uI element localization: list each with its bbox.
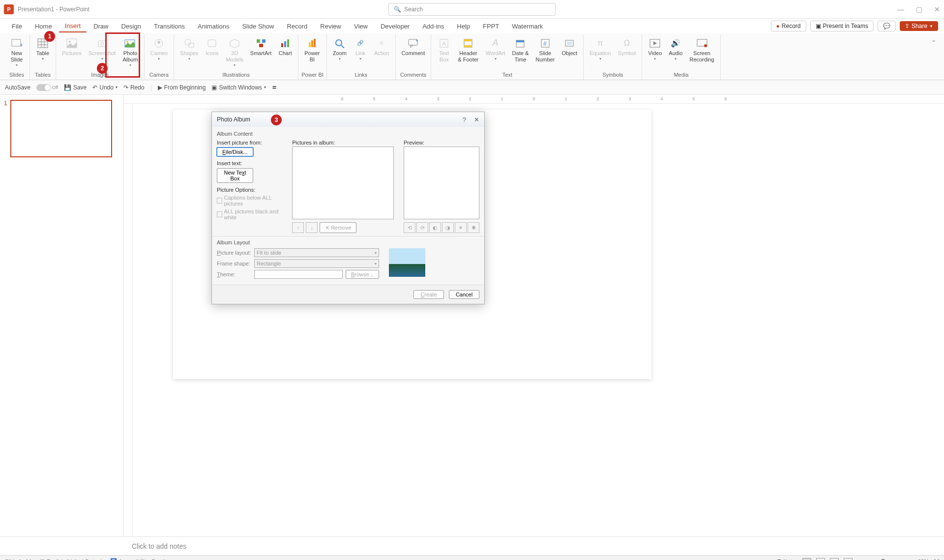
from-beginning-button[interactable]: ▶From Beginning (158, 84, 206, 91)
action-button[interactable]: ☆ Action (371, 35, 392, 59)
tab-home[interactable]: Home (29, 21, 58, 32)
pictures-listbox[interactable] (292, 147, 394, 219)
maximize-icon[interactable]: ▢ (916, 5, 922, 13)
tab-view[interactable]: View (348, 21, 374, 32)
chart-button[interactable]: Chart (275, 35, 295, 59)
tab-slideshow[interactable]: Slide Show (236, 21, 280, 32)
screen-recording-button[interactable]: Screen Recording (686, 35, 717, 65)
powerbi-button[interactable]: Power BI (301, 35, 323, 65)
search-box[interactable]: 🔍 Search (388, 3, 556, 16)
app-icon: P (4, 4, 14, 14)
album-content-label: Album Content (217, 131, 479, 137)
zoom-button[interactable]: Zoom▾ (330, 35, 350, 63)
switch-windows-button[interactable]: ▣Switch Windows▾ (211, 84, 266, 91)
svg-line-29 (341, 45, 344, 48)
photo-album-dialog: Photo Album ? ✕ Album Content Insert pic… (211, 112, 485, 304)
pictures-button[interactable]: Pictures (59, 35, 85, 59)
tab-review[interactable]: Review (314, 21, 347, 32)
new-text-box-button[interactable]: New Text Box (217, 168, 253, 183)
tab-draw[interactable]: Draw (88, 21, 114, 32)
audio-button[interactable]: 🔊 Audio▾ (666, 35, 685, 63)
tab-record[interactable]: Record (281, 21, 313, 32)
tab-transitions[interactable]: Transitions (148, 21, 191, 32)
autosave-toggle[interactable] (36, 84, 51, 91)
smartart-icon (255, 37, 267, 49)
minimize-icon[interactable]: — (897, 5, 904, 13)
dialog-close-button[interactable]: ✕ (474, 116, 479, 123)
tab-animations[interactable]: Animations (192, 21, 235, 32)
fit-to-window-button[interactable]: ⛶ (934, 559, 939, 560)
record-button[interactable]: ●Record (771, 21, 806, 31)
zoom-out-button[interactable]: − (857, 559, 860, 560)
slide-sorter-button[interactable] (816, 558, 825, 560)
undo-button[interactable]: ↶Undo▾ (92, 84, 118, 91)
picture-layout-select[interactable]: Fit to slide▾ (254, 248, 379, 257)
slide-thumbnail-1[interactable]: 1 (4, 100, 119, 157)
date-time-button[interactable]: Date & Time (509, 35, 532, 65)
3dmodels-button[interactable]: 3D Models▾ (223, 35, 246, 70)
new-slide-button[interactable]: + New Slide▾ (7, 35, 27, 70)
notes-pane[interactable]: Click to add notes (0, 536, 944, 555)
slideshow-view-button[interactable] (844, 558, 853, 560)
chart-icon (279, 37, 291, 49)
svg-rect-37 (464, 45, 472, 47)
tab-developer[interactable]: Developer (375, 21, 415, 32)
callout-3: 3 (271, 115, 282, 125)
svg-marker-31 (411, 45, 413, 48)
object-button[interactable]: Object (559, 35, 580, 59)
link-button[interactable]: 🔗 Link▾ (351, 35, 370, 63)
cameo-button[interactable]: Cameo▾ (148, 35, 171, 63)
undo-icon: ↶ (92, 84, 97, 91)
shapes-button[interactable]: Shapes▾ (177, 35, 201, 63)
tab-file[interactable]: File (6, 21, 28, 32)
zoom-level[interactable]: 83% (918, 559, 929, 560)
tab-insert[interactable]: Insert (59, 20, 87, 32)
status-accessibility[interactable]: ♿Accessibility: Good to go (110, 558, 178, 560)
audio-icon: 🔊 (670, 37, 681, 49)
textbox-button[interactable]: A Text Box (434, 35, 454, 65)
redo-button[interactable]: ↷Redo (123, 84, 145, 91)
equation-button[interactable]: π Equation▾ (587, 35, 614, 63)
share-button[interactable]: ⇪Share▼ (900, 21, 938, 31)
photo-album-button[interactable]: Photo Album▾ (119, 35, 141, 70)
zoom-in-button[interactable]: + (910, 559, 913, 560)
callout-2: 2 (97, 63, 108, 74)
tab-design[interactable]: Design (116, 21, 147, 32)
file-disk-button[interactable]: File/Disk... (217, 147, 253, 156)
notes-toggle[interactable]: ≣Notes (777, 558, 797, 560)
normal-view-button[interactable] (802, 558, 811, 560)
picture-options-label: Picture Options: (217, 187, 282, 193)
remove-button: ✕Remove (320, 222, 356, 233)
tab-fppt[interactable]: FPPT (477, 21, 505, 32)
status-language[interactable]: ▢English (United States) (40, 558, 102, 560)
ribbon-group-comments: + Comment Comments (396, 34, 432, 80)
tab-watermark[interactable]: Watermark (506, 21, 549, 32)
ribbon-collapse-button[interactable]: ⌄ (927, 34, 940, 80)
icons-button[interactable]: Icons (202, 35, 222, 59)
checkbox-icon (217, 211, 222, 217)
reading-view-button[interactable] (830, 558, 839, 560)
dialog-help-button[interactable]: ? (463, 116, 466, 123)
smartart-button[interactable]: SmartArt (247, 35, 274, 59)
tab-addins[interactable]: Add-ins (416, 21, 450, 32)
header-footer-button[interactable]: Header & Footer (455, 35, 481, 65)
comments-pane-button[interactable]: 💬 (878, 21, 896, 31)
present-teams-button[interactable]: ▣Present in Teams (810, 21, 874, 31)
slide-number-button[interactable]: # Slide Number (532, 35, 558, 65)
close-icon[interactable]: ✕ (934, 5, 940, 13)
symbol-button[interactable]: Ω Symbol (615, 35, 639, 59)
ribbon-group-symbols: π Equation▾ Ω Symbol Symbols (584, 34, 642, 80)
wordart-button[interactable]: A WordArt▾ (482, 35, 508, 63)
screenshot-button[interactable]: Screenshot▾ (86, 35, 119, 63)
svg-text:A: A (442, 40, 446, 47)
photo-album-icon (124, 37, 136, 49)
theme-input[interactable] (254, 270, 343, 279)
qat-more-button[interactable]: 〓 (272, 84, 277, 91)
comment-button[interactable]: + Comment (399, 35, 428, 59)
video-button[interactable]: Video▾ (645, 35, 665, 63)
ribbon-group-tables: Table▾ Tables (30, 34, 56, 80)
tab-help[interactable]: Help (451, 21, 476, 32)
group-label-symbols: Symbols (587, 72, 639, 79)
save-button[interactable]: 💾Save (64, 84, 87, 91)
cancel-button[interactable]: Cancel (449, 290, 479, 299)
